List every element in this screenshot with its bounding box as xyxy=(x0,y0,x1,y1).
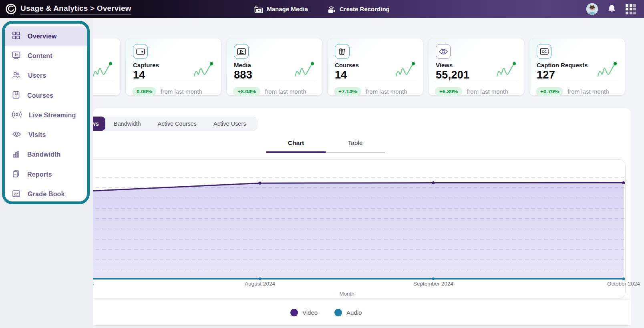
sidebar-item-live-streaming[interactable]: Live Streaming xyxy=(5,105,87,125)
views-icon xyxy=(436,44,451,59)
video-legend-dot-icon xyxy=(290,309,298,316)
sidebar-item-label: Visits xyxy=(28,131,46,139)
x-axis-title: Month xyxy=(323,291,371,297)
card-value: 55,201 xyxy=(436,69,469,81)
grade-icon: A+ xyxy=(12,190,20,199)
sidebar-item-courses[interactable]: Courses xyxy=(5,86,87,105)
capture-icon xyxy=(133,44,148,59)
sidebar-item-label: Courses xyxy=(27,92,53,99)
tab-bandwidth[interactable]: Bandwidth xyxy=(105,117,149,131)
sidebar-item-users[interactable]: Users xyxy=(5,66,87,86)
sparkline-icon xyxy=(92,61,114,81)
sidebar-item-label: Live Streaming xyxy=(29,112,76,119)
x-tick-august: August 2024 xyxy=(236,281,284,287)
badge-suffix: from last month xyxy=(161,88,202,95)
svg-text:A+: A+ xyxy=(14,191,18,195)
chart-table-toggle: Chart Table xyxy=(266,139,385,153)
sidebar-item-label: Reports xyxy=(27,171,52,178)
sidebar-item-label: Content xyxy=(28,52,52,60)
audio-legend-dot-icon xyxy=(334,309,342,316)
stat-card-views[interactable]: Views 55,201 +6.89% from last month xyxy=(429,38,524,95)
metric-tabs: Views Bandwidth Active Courses Active Us… xyxy=(76,117,258,131)
sidebar-item-grade-book[interactable]: A+ Grade Book xyxy=(5,184,87,204)
manage-media-label: Manage Media xyxy=(267,6,308,12)
grid-icon xyxy=(12,31,20,41)
card-value: 883 xyxy=(234,69,252,81)
card-label: Captures xyxy=(133,62,159,68)
area-chart[interactable] xyxy=(88,160,626,284)
book-icon xyxy=(12,91,20,101)
create-recording-icon xyxy=(326,5,336,14)
sidebar-item-reports[interactable]: Reports xyxy=(5,165,87,184)
manage-media-icon xyxy=(254,6,263,13)
create-recording-button[interactable]: Create Recording xyxy=(326,5,390,14)
toggle-table[interactable]: Table xyxy=(326,139,385,153)
sparkline-icon xyxy=(496,61,517,81)
sparkline-icon xyxy=(294,61,316,81)
legend-video[interactable]: Video xyxy=(290,309,318,316)
change-badge: +0.79% xyxy=(536,87,563,96)
sidebar: Overview Content Users Courses Live Stre… xyxy=(0,18,93,328)
sparkline-icon xyxy=(395,61,417,81)
legend-label: Audio xyxy=(346,309,362,316)
sidebar-item-label: Bandwidth xyxy=(27,151,61,158)
badge-suffix: from last month xyxy=(366,88,407,95)
sidebar-item-bandwidth[interactable]: Bandwidth xyxy=(5,145,87,165)
users-icon xyxy=(12,71,21,80)
badge-suffix: from last month xyxy=(265,88,306,95)
documents-icon xyxy=(12,170,20,179)
card-label: Media xyxy=(234,62,251,68)
change-badge: +7.14% xyxy=(334,87,361,96)
broadcast-icon xyxy=(12,111,22,120)
card-value: 14 xyxy=(133,69,145,81)
tab-active-users[interactable]: Active Users xyxy=(205,117,254,131)
legend-label: Video xyxy=(302,309,318,316)
stat-card-caption-requests[interactable]: CC Caption Requests 127 +0.79% from last… xyxy=(529,38,625,95)
card-value: 127 xyxy=(537,69,555,81)
badge-suffix: from last month xyxy=(568,88,609,95)
svg-text:CC: CC xyxy=(541,50,546,54)
card-label: Views xyxy=(436,62,453,68)
sparkline-icon xyxy=(193,61,215,81)
stat-card-media[interactable]: Media 883 +8.04% from last month xyxy=(227,38,322,95)
badge-suffix: from last month xyxy=(467,88,508,95)
sidebar-annotation-box: Overview Content Users Courses Live Stre… xyxy=(2,21,90,204)
sparkline-icon xyxy=(597,61,618,81)
sidebar-item-label: Users xyxy=(28,72,46,79)
card-label: Courses xyxy=(335,62,359,68)
stat-card-captures[interactable]: Captures 14 0.00% from last month xyxy=(126,38,221,95)
legend-audio[interactable]: Audio xyxy=(334,309,362,316)
stat-card-courses[interactable]: Courses 14 +7.14% from last month xyxy=(328,38,423,95)
change-badge: +8.04% xyxy=(233,87,260,96)
manage-media-button[interactable]: Manage Media xyxy=(254,5,308,14)
chart-panel: July 2024 August 2024 September 2024 Oct… xyxy=(87,159,626,298)
main-content: Captures 14 0.00% from last month Media … xyxy=(0,18,644,328)
topbar: Usage & Analytics > Overview Manage Medi… xyxy=(0,0,644,18)
courses-icon xyxy=(335,44,350,59)
change-badge: 0.00% xyxy=(132,87,156,96)
x-tick-october: October 2024 xyxy=(600,281,644,287)
sidebar-item-visits[interactable]: Visits xyxy=(5,125,87,145)
sidebar-item-label: Overview xyxy=(28,33,57,40)
x-tick-september: September 2024 xyxy=(409,281,457,287)
toggle-chart[interactable]: Chart xyxy=(266,139,326,153)
sidebar-item-content[interactable]: Content xyxy=(5,46,87,66)
tab-active-courses[interactable]: Active Courses xyxy=(149,117,205,131)
cc-icon: CC xyxy=(537,44,551,59)
notifications-bell-icon[interactable] xyxy=(608,4,616,14)
media-icon xyxy=(234,44,249,59)
apps-grid-icon[interactable] xyxy=(626,4,636,14)
bar-chart-icon xyxy=(12,150,20,159)
monitor-play-icon xyxy=(12,51,20,60)
card-label: Caption Requests xyxy=(537,62,588,68)
legend-bar: Video Audio xyxy=(93,300,631,325)
user-avatar[interactable] xyxy=(586,3,598,15)
create-recording-label: Create Recording xyxy=(340,6,390,12)
card-value: 14 xyxy=(335,69,347,81)
sidebar-item-label: Grade Book xyxy=(28,191,65,198)
change-badge: +6.89% xyxy=(435,87,462,96)
eye-icon xyxy=(12,131,21,139)
sidebar-item-overview[interactable]: Overview xyxy=(5,26,87,46)
